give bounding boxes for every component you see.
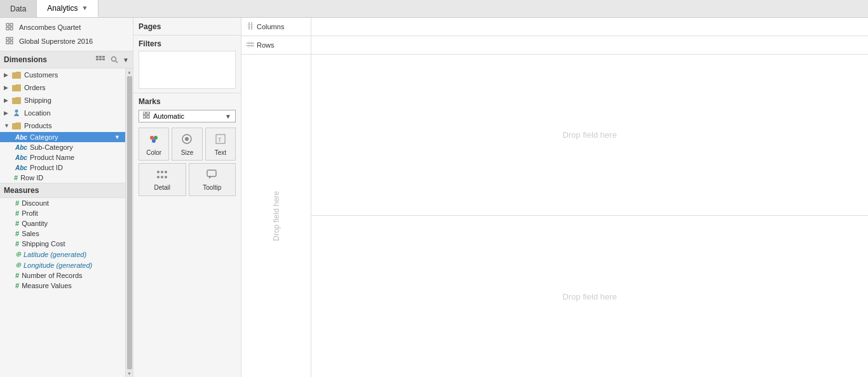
tab-analytics-dropdown-icon: ▼ [81,4,88,11]
datasource-anscombe-label: Anscombes Quartet [19,23,81,31]
svg-text:T: T [218,136,222,143]
dim-group-products: ▼ Products Abc Category ▼ [0,119,133,173]
rows-row: Rows [241,36,868,55]
marks-type-dropdown[interactable]: Automatic ▼ [139,110,236,122]
canvas-drop-field-top[interactable]: Drop field here [311,55,868,216]
dim-product-id-label: Product ID [30,164,63,171]
mark-btn-size[interactable]: Size [172,128,202,161]
svg-point-21 [150,136,154,140]
canvas-left-gutter[interactable]: Drop field here [241,55,311,377]
svg-rect-4 [6,37,9,40]
mark-btn-color[interactable]: Color [139,128,169,161]
dim-item-category[interactable]: Abc Category ▼ [0,132,133,142]
rows-grid-icon [247,41,254,50]
svg-point-16 [15,110,18,113]
dim-product-name-label: Product Name [30,154,74,161]
dimensions-header-icons: ▼ [95,54,129,65]
dimensions-dropdown-icon[interactable]: ▼ [123,56,129,63]
dim-item-product-name[interactable]: Abc Product Name [0,152,133,162]
svg-rect-12 [99,58,102,60]
text-icon: T [214,133,227,147]
svg-rect-18 [147,112,149,114]
dimensions-list-view-icon[interactable] [95,54,106,65]
dim-group-location-header[interactable]: ▶ Location [0,107,133,119]
folder-shipping-icon [11,95,22,105]
svg-rect-34 [207,170,216,176]
dimensions-search-icon[interactable] [109,54,120,65]
measure-item-sales[interactable]: # Sales [0,228,133,239]
dim-group-orders: ▶ Orders [0,81,133,94]
marks-dropdown-arrow-icon: ▼ [225,113,231,120]
scroll-thumb [127,76,132,369]
dim-group-shipping-header[interactable]: ▶ Shipping [0,94,133,107]
data-source-anscombe[interactable]: Anscombes Quartet [0,20,133,34]
dim-group-customers-header[interactable]: ▶ Customers [0,69,133,81]
tab-analytics[interactable]: Analytics ▼ [37,0,98,17]
svg-point-28 [157,171,159,173]
mark-btn-text[interactable]: T Text [205,128,236,161]
expand-customers-icon: ▶ [4,72,10,78]
svg-rect-7 [10,41,13,44]
columns-grid-icon [247,22,254,31]
tab-data[interactable]: Data [0,0,37,17]
svg-rect-13 [102,58,105,60]
data-source-global[interactable]: Global Superstore 2016 [0,34,133,48]
mark-btn-color-label: Color [146,149,161,156]
rows-drop-area[interactable] [311,36,868,54]
drop-field-top-text: Drop field here [562,130,616,140]
scroll-down-arrow[interactable]: ▼ [127,371,132,376]
pages-label: Pages [139,22,161,31]
measure-item-quantity[interactable]: # Quantity [0,218,133,228]
marks-dropdown-grid-icon [143,112,151,121]
dim-group-products-header[interactable]: ▼ Products [0,119,133,132]
svg-rect-11 [96,58,98,60]
filter-section: Filters [133,36,241,93]
measure-item-discount[interactable]: # Discount [0,198,133,208]
dim-group-location-label: Location [24,109,51,117]
measure-item-longitude[interactable]: ⊕ Longitude (generated) [0,260,133,270]
color-icon [147,133,160,147]
dim-item-product-id[interactable]: Abc Product ID [0,162,133,173]
svg-point-25 [185,137,189,141]
measure-number-of-records-label: Number of Records [22,272,82,279]
mark-btn-tooltip[interactable]: Tooltip [189,163,236,196]
columns-row: Columns [241,18,868,36]
columns-drop-area[interactable] [311,18,868,36]
datasource-global-label: Global Superstore 2016 [19,37,93,45]
dim-group-orders-header[interactable]: ▶ Orders [0,81,133,94]
folder-orders-icon [11,83,22,93]
dim-item-sub-category[interactable]: Abc Sub-Category [0,142,133,152]
svg-rect-5 [10,37,13,40]
measure-item-shipping-cost[interactable]: # Shipping Cost [0,239,133,249]
canvas-drop-field-bottom[interactable]: Drop field here [311,216,868,377]
rows-label: Rows [257,41,275,49]
measure-item-number-of-records[interactable]: # Number of Records [0,270,133,281]
measure-item-profit[interactable]: # Profit [0,208,133,218]
scroll-up-arrow[interactable]: ▲ [127,70,132,74]
columns-label-container: Columns [241,18,311,36]
measure-item-latitude[interactable]: ⊕ Latitude (generated) [0,249,133,260]
dim-group-orders-label: Orders [24,84,46,91]
dim-type-category: Abc [15,134,27,141]
mark-btn-detail[interactable]: Detail [139,163,186,196]
filter-drop-area[interactable] [139,51,236,89]
middle-panel: Pages Filters Marks [133,18,241,377]
dim-group-products-label: Products [24,122,51,129]
dim-group-location: ▶ Location [0,107,133,119]
marks-buttons-row2: Detail Tooltip [139,163,236,196]
dim-group-shipping: ▶ Shipping [0,94,133,107]
svg-point-30 [165,171,167,173]
dim-group-shipping-label: Shipping [24,96,51,104]
main-layout: Anscombes Quartet Global Superstore 2016 [0,18,868,377]
pages-section: Pages [133,18,241,36]
right-panel: Columns Rows [241,18,868,377]
measure-discount-label: Discount [22,199,49,207]
expand-products-icon: ▼ [4,122,10,129]
dim-item-row-id[interactable]: # Row ID [0,173,133,183]
scrollbar[interactable]: ▲ ▼ [125,69,133,377]
svg-rect-3 [10,27,13,30]
hash-sales-icon: # [15,230,19,237]
mark-btn-text-label: Text [215,149,226,156]
measure-item-measure-values[interactable]: # Measure Values [0,281,133,291]
dim-sub-category-label: Sub-Category [30,143,73,151]
